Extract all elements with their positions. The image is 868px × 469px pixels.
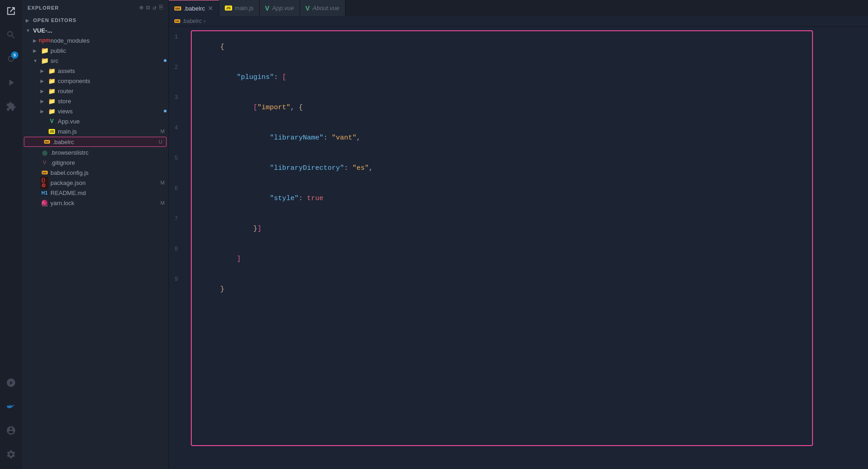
app-vue-icon: V bbox=[48, 117, 56, 125]
assets-folder[interactable]: ▶ 📁 assets bbox=[22, 66, 168, 76]
code-line-1: 1 { bbox=[169, 32, 868, 62]
line-num-9: 9 bbox=[169, 276, 187, 283]
store-icon: 📁 bbox=[48, 97, 56, 105]
aboutvue-tab-icon: V bbox=[306, 5, 310, 12]
breadcrumb: bbl .babelrc › bbox=[169, 16, 868, 27]
main-js-file[interactable]: ▶ JS main.js M bbox=[22, 126, 168, 136]
node-modules-label: node_modules bbox=[50, 37, 168, 44]
assets-label: assets bbox=[58, 67, 168, 74]
settings-icon[interactable] bbox=[4, 447, 18, 462]
root-label: VUE-... bbox=[33, 27, 168, 34]
src-folder[interactable]: ▼ 📁 src bbox=[22, 56, 168, 66]
collapse-icon[interactable]: ⎘ bbox=[159, 4, 163, 11]
root-folder[interactable]: ▼ VUE-... bbox=[22, 25, 168, 35]
code-content-7: }] bbox=[187, 214, 262, 244]
run-debug-icon[interactable] bbox=[4, 75, 18, 90]
browserslistrc-icon: ◎ bbox=[40, 149, 49, 156]
store-folder[interactable]: ▶ 📁 store bbox=[22, 96, 168, 106]
main-js-badge: M bbox=[161, 128, 165, 134]
remote-icon[interactable] bbox=[4, 375, 18, 390]
views-label: views bbox=[58, 108, 164, 115]
yarn-lock-file[interactable]: ▶ 🧶 yarn.lock M bbox=[22, 198, 168, 208]
account-icon[interactable] bbox=[4, 423, 18, 438]
public-label: public bbox=[50, 47, 168, 54]
aboutvue-tab[interactable]: V About.vue bbox=[300, 0, 345, 16]
router-icon: 📁 bbox=[48, 87, 56, 95]
src-arrow: ▼ bbox=[33, 58, 40, 63]
public-folder[interactable]: ▶ 📁 public bbox=[22, 45, 168, 56]
main-area: bbl .babelrc ✕ JS main.js V App.vue V Ab… bbox=[169, 0, 868, 469]
router-arrow: ▶ bbox=[40, 89, 48, 94]
code-line-7: 7 }] bbox=[169, 214, 868, 244]
gitignore-label: .gitignore bbox=[50, 159, 168, 166]
refresh-icon[interactable]: ↺ bbox=[153, 4, 156, 11]
git-source-control-icon[interactable]: 5 bbox=[4, 51, 18, 66]
store-arrow: ▶ bbox=[40, 99, 48, 104]
babelrc-icon: bbl bbox=[43, 138, 51, 145]
root-arrow: ▼ bbox=[26, 28, 33, 33]
new-folder-icon[interactable]: ⊡ bbox=[146, 4, 150, 11]
code-editor[interactable]: 1 { 2 "plugins": [ 3 ["import", { 4 bbox=[169, 27, 868, 469]
browserslistrc-file[interactable]: ▶ ◎ .browserslistrc bbox=[22, 147, 168, 157]
views-folder[interactable]: ▶ 📁 views bbox=[22, 106, 168, 116]
package-json-label: package.json bbox=[50, 179, 159, 186]
components-folder[interactable]: ▶ 📁 components bbox=[22, 76, 168, 86]
views-icon: 📁 bbox=[48, 107, 56, 115]
docker-icon[interactable] bbox=[4, 399, 18, 414]
explorer-icon[interactable] bbox=[4, 4, 18, 18]
mainjs-tab-icon: JS bbox=[225, 6, 232, 11]
babelrc-tab-close[interactable]: ✕ bbox=[208, 5, 213, 12]
code-content-6: "style": true bbox=[187, 184, 323, 214]
code-line-9: 9 } bbox=[169, 274, 868, 305]
line-num-3: 3 bbox=[169, 94, 187, 101]
src-modified-dot bbox=[164, 59, 167, 62]
babelrc-file[interactable]: ▶ bbl .babelrc U bbox=[24, 137, 167, 147]
sidebar-header: EXPLORER ⊕ ⊡ ↺ ⎘ bbox=[22, 0, 168, 15]
code-content-5: "libraryDirectory": "es", bbox=[187, 153, 373, 184]
assets-arrow: ▶ bbox=[40, 68, 48, 73]
babel-config-label: babel.config.js bbox=[50, 169, 168, 176]
appvue-tab[interactable]: V App.vue bbox=[260, 0, 300, 16]
assets-icon: 📁 bbox=[48, 67, 56, 74]
public-arrow: ▶ bbox=[33, 48, 40, 53]
tab-bar: bbl .babelrc ✕ JS main.js V App.vue V Ab… bbox=[169, 0, 868, 16]
app-vue-file[interactable]: ▶ V App.vue bbox=[22, 116, 168, 126]
activity-bar: 5 bbox=[0, 0, 22, 469]
components-label: components bbox=[58, 78, 168, 84]
sidebar-actions: ⊕ ⊡ ↺ ⎘ bbox=[139, 4, 163, 11]
node-modules-folder[interactable]: ▶ npm node_modules bbox=[22, 35, 168, 45]
public-icon: 📁 bbox=[40, 47, 49, 54]
package-json-file[interactable]: ▶ {}⚙ package.json M bbox=[22, 178, 168, 188]
new-file-icon[interactable]: ⊕ bbox=[139, 4, 143, 11]
babel-config-file[interactable]: ▶ bbl babel.config.js bbox=[22, 168, 168, 178]
babelrc-label: .babelrc bbox=[53, 139, 157, 145]
code-line-4: 4 "libraryName": "vant", bbox=[169, 123, 868, 153]
line-num-5: 5 bbox=[169, 155, 187, 162]
components-icon: 📁 bbox=[48, 77, 56, 84]
babelrc-tab[interactable]: bbl .babelrc ✕ bbox=[169, 0, 219, 16]
mainjs-tab[interactable]: JS main.js bbox=[219, 0, 260, 16]
extensions-icon[interactable] bbox=[4, 99, 18, 114]
router-folder[interactable]: ▶ 📁 router bbox=[22, 86, 168, 96]
src-label: src bbox=[50, 57, 164, 64]
router-label: router bbox=[58, 88, 168, 95]
code-line-2: 2 "plugins": [ bbox=[169, 62, 868, 93]
package-json-icon: {}⚙ bbox=[40, 179, 49, 186]
code-content-8: ] bbox=[187, 244, 241, 274]
code-content-2: "plugins": [ bbox=[187, 62, 286, 93]
gitignore-file[interactable]: ▶ ⑂ .gitignore bbox=[22, 157, 168, 168]
node-modules-icon: npm bbox=[40, 37, 49, 44]
appvue-tab-label: App.vue bbox=[272, 5, 294, 11]
line-num-8: 8 bbox=[169, 246, 187, 252]
open-editors-arrow: ▶ bbox=[26, 18, 33, 23]
babelrc-tab-label: .babelrc bbox=[184, 5, 205, 12]
components-arrow: ▶ bbox=[40, 78, 48, 84]
open-editors-section[interactable]: ▶ OPEN EDITORS bbox=[22, 15, 168, 25]
app-vue-label: App.vue bbox=[58, 118, 168, 125]
yarn-lock-label: yarn.lock bbox=[50, 200, 159, 207]
readme-file[interactable]: ▶ H1 README.md bbox=[22, 188, 168, 198]
aboutvue-tab-label: About.vue bbox=[312, 5, 339, 11]
sidebar: EXPLORER ⊕ ⊡ ↺ ⎘ ▶ OPEN EDITORS ▼ VUE-..… bbox=[22, 0, 169, 469]
search-icon[interactable] bbox=[4, 28, 18, 42]
views-arrow: ▶ bbox=[40, 109, 48, 114]
